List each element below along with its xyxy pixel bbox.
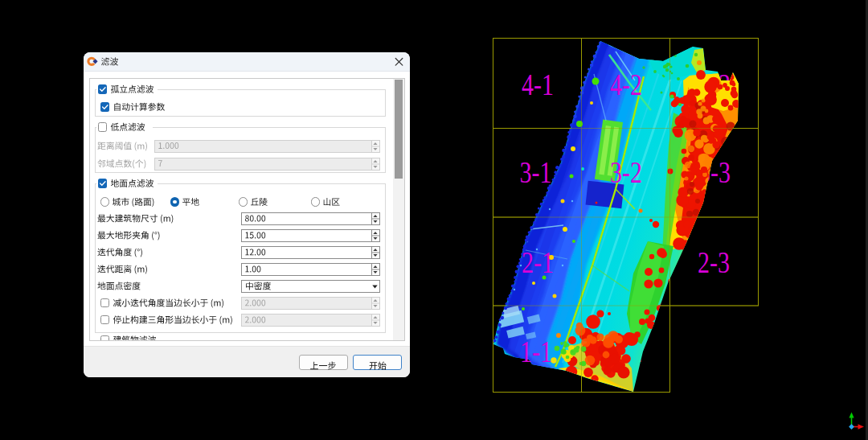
svg-text:4-1: 4-1 xyxy=(522,68,554,101)
svg-text:2-1: 2-1 xyxy=(522,246,554,279)
svg-text:1-1: 1-1 xyxy=(520,335,552,368)
svg-text:3-2: 3-2 xyxy=(610,156,642,189)
svg-text:2-3: 2-3 xyxy=(698,246,730,279)
svg-text:3-1: 3-1 xyxy=(520,156,552,189)
svg-text:4-2: 4-2 xyxy=(610,68,642,101)
